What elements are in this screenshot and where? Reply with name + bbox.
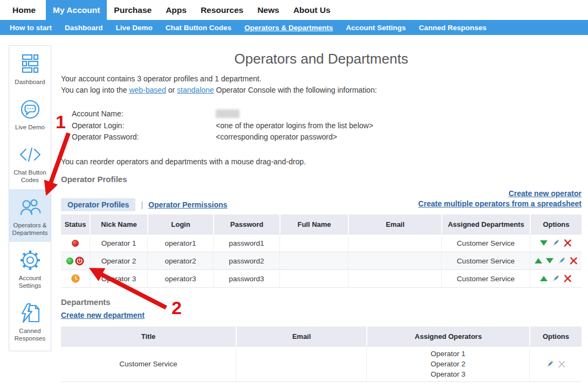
main-content: Operators and Departments Your account c…: [61, 45, 582, 389]
nick-name-cell: Operator 3: [90, 270, 147, 288]
edit-icon[interactable]: [557, 256, 566, 265]
departments-cell: Customer Service: [441, 234, 530, 252]
nav-home[interactable]: Home: [5, 0, 43, 20]
edit-icon[interactable]: [551, 274, 560, 283]
departments-table: Title Email Assigned Operators Options C…: [61, 327, 582, 382]
status-away-clock-icon: [71, 274, 80, 283]
sidebar-item-dashboard[interactable]: Dashboard: [9, 46, 51, 91]
code-icon: [18, 143, 42, 166]
col-nick-name: Nick Name: [90, 214, 147, 234]
move-down-icon[interactable]: [540, 240, 548, 246]
nav-resources[interactable]: Resources: [194, 0, 250, 20]
sidebar-label: Chat Button Codes: [10, 169, 50, 184]
gear-icon: [18, 248, 42, 272]
status-offline-icon: [72, 240, 79, 247]
operator-login-row: Operator Login: <one of the operator log…: [72, 120, 373, 132]
operators-icon: [18, 196, 42, 219]
department-title-cell: Customer Service: [61, 346, 236, 382]
create-multiple-operators-link[interactable]: Create multiple operators from a spreads…: [418, 199, 582, 208]
col-assigned-departments: Assigned Departments: [441, 214, 530, 234]
department-row-1: Customer Service Operator 1 Operator 2 O…: [61, 346, 582, 382]
account-name-row: Account Name:: [72, 108, 373, 120]
top-nav: Home My Account Purchase Apps Resources …: [0, 0, 588, 20]
subnav-how-to-start[interactable]: How to start: [3, 24, 58, 32]
subnav-account-settings[interactable]: Account Settings: [339, 24, 412, 32]
intro-line-2: You can log into the web-based or standa…: [61, 85, 377, 96]
sidebar-item-account-settings[interactable]: Account Settings: [9, 242, 51, 295]
nav-purchase[interactable]: Purchase: [107, 0, 159, 20]
edit-icon[interactable]: [545, 360, 554, 369]
login-credentials: Account Name: Operator Login: <one of th…: [72, 108, 373, 143]
operator-profiles-table: Status Nick Name Login Password Full Nam…: [61, 214, 582, 288]
sidebar-item-operators-departments[interactable]: Operators & Departments: [9, 189, 51, 242]
nav-news[interactable]: News: [250, 0, 286, 20]
operator-row-3: Operator 3 operator3 password3 Customer …: [61, 270, 582, 288]
web-based-link[interactable]: web-based: [129, 86, 166, 94]
intro-line-1: Your account contains 3 operator profile…: [61, 73, 377, 85]
login-cell: operator3: [147, 270, 213, 288]
tab-operator-profiles[interactable]: Operator Profiles: [61, 198, 135, 211]
subnav-canned-responses[interactable]: Canned Responses: [412, 24, 493, 32]
sidebar-item-live-demo[interactable]: Live Demo: [9, 91, 51, 136]
sidebar-label: Account Settings: [10, 274, 50, 289]
col-password: Password: [213, 214, 279, 234]
email-cell: [348, 270, 441, 288]
intro-text: Your account contains 3 operator profile…: [61, 73, 377, 96]
full-name-cell: [279, 252, 348, 270]
operator-row-2: Operator 2 operator2 password2 Customer …: [61, 252, 582, 270]
department-email-cell: [236, 346, 366, 382]
password-cell: password1: [213, 234, 279, 252]
sidebar-label: Dashboard: [10, 78, 50, 86]
table-header-row: Status Nick Name Login Password Full Nam…: [61, 214, 582, 234]
account-name-label: Account Name:: [72, 108, 216, 120]
password-cell: password2: [213, 252, 279, 270]
sidebar-label: Canned Responses: [10, 327, 50, 342]
delete-icon[interactable]: [564, 275, 572, 282]
departments-cell: Customer Service: [441, 252, 530, 270]
sub-nav: How to start Dashboard Live Demo Chat Bu…: [0, 20, 588, 35]
nav-my-account[interactable]: My Account: [46, 0, 107, 20]
delete-icon[interactable]: [570, 257, 578, 265]
nick-name-cell: Operator 2: [90, 252, 147, 270]
login-cell: operator1: [147, 234, 213, 252]
live-demo-icon: [18, 98, 42, 121]
move-up-icon[interactable]: [540, 276, 548, 281]
tab-separator: |: [141, 200, 143, 209]
move-down-icon[interactable]: [546, 258, 553, 263]
sidebar-label: Live Demo: [10, 123, 50, 131]
move-up-icon[interactable]: [535, 258, 542, 263]
operators-departments-page: Home My Account Purchase Apps Resources …: [0, 0, 588, 389]
edit-icon[interactable]: [551, 239, 560, 247]
sidebar: Dashboard Live Demo Chat Button Codes: [9, 45, 51, 351]
sidebar-label: Operators & Departments: [10, 221, 50, 237]
subnav-dashboard[interactable]: Dashboard: [58, 24, 110, 32]
standalone-link[interactable]: standalone: [177, 86, 214, 94]
nav-apps[interactable]: Apps: [159, 0, 194, 20]
subnav-live-demo[interactable]: Live Demo: [110, 24, 159, 32]
col-full-name: Full Name: [279, 214, 348, 234]
nav-about-us[interactable]: About Us: [286, 0, 338, 20]
logout-power-icon[interactable]: [75, 256, 84, 266]
lightning-page-icon: [18, 301, 42, 325]
create-new-department-link[interactable]: Create new department: [61, 311, 145, 319]
operator-row-1: Operator 1 operator1 password1 Customer …: [61, 234, 582, 252]
operator-login-label: Operator Login:: [72, 120, 216, 132]
create-new-operator-link[interactable]: Create new operator: [509, 189, 582, 198]
subnav-chat-button-codes[interactable]: Chat Button Codes: [159, 24, 238, 32]
full-name-cell: [279, 234, 348, 252]
delete-icon[interactable]: [564, 239, 572, 247]
sidebar-item-chat-button-codes[interactable]: Chat Button Codes: [9, 136, 51, 189]
assigned-operator: Operator 3: [367, 369, 529, 379]
tab-operator-permissions[interactable]: Operator Permissions: [148, 200, 227, 209]
col-email: Email: [236, 327, 366, 346]
email-cell: [348, 234, 441, 252]
col-login: Login: [147, 214, 213, 234]
col-assigned-operators: Assigned Operators: [366, 327, 529, 346]
operator-login-value: <one of the operator logins from the lis…: [216, 120, 373, 132]
reorder-note: You can reorder operators and department…: [61, 157, 306, 166]
status-online-icon: [66, 258, 73, 265]
operator-profiles-heading: Operator Profiles: [61, 175, 127, 184]
subnav-operators-departments[interactable]: Operators & Departments: [238, 24, 339, 32]
sidebar-item-canned-responses[interactable]: Canned Responses: [9, 295, 51, 348]
operator-password-value: <corresponding operator password>: [216, 131, 337, 143]
